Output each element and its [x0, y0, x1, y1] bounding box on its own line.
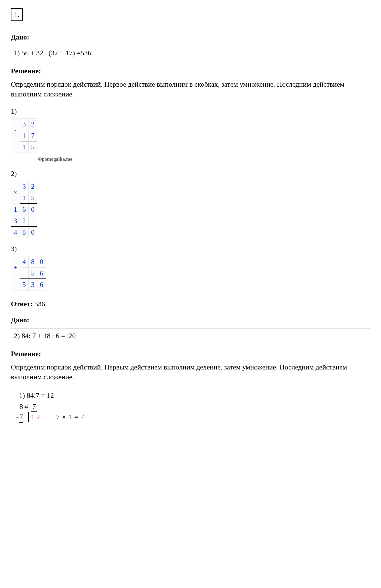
calc3-res1: 5 — [20, 279, 29, 290]
sub1: 7 — [19, 412, 23, 422]
calc-table-2: × 3 2 1 5 1 6 0 3 2 4 8 0 — [11, 181, 37, 238]
hint-b: 1 — [68, 412, 72, 422]
calc1-r1c2: 2 — [29, 118, 37, 130]
given-label-2: Дано: — [11, 315, 370, 325]
answer-line-1: Ответ: 536. — [11, 299, 370, 309]
div-pad — [24, 412, 29, 422]
answer-value-1: 536. — [35, 300, 47, 308]
division-block: 1) 84:7 = 12 8 4 7 - 7 1 2 7 × 1 = 7 — [19, 389, 370, 423]
step3-label: 3) — [11, 244, 370, 254]
step2-label: 2) — [11, 168, 370, 179]
calc3-r1c3: 0 — [37, 256, 46, 267]
hint-eq: = — [74, 412, 78, 422]
solution-text-2: Определим порядок действий. Первым дейст… — [11, 362, 370, 382]
hint-r: 7 — [80, 412, 85, 422]
calc1-r2c1: 1 — [20, 130, 29, 141]
hint-op: × — [62, 412, 66, 422]
calc2-op: × — [11, 181, 20, 204]
given-box-1: 1) 56 + 32 · (32 − 17) =536 — [11, 46, 370, 60]
calc-table-3: + 4 8 0 5 6 5 3 6 — [11, 256, 46, 290]
calc-table-1: - 3 2 1 7 1 5 — [11, 118, 37, 153]
calc3-r1c2: 8 — [29, 256, 37, 267]
quotient: 1 2 — [30, 412, 41, 422]
watermark: ©pomogalka.me — [38, 156, 370, 163]
calc3-r1c1: 4 — [20, 256, 29, 267]
calc3-res2: 3 — [29, 279, 37, 290]
hint-a: 7 — [56, 412, 60, 422]
calc3-r2c3: 6 — [37, 267, 46, 279]
calc2-p1c0: 1 — [11, 204, 20, 215]
problem-number: 1. — [11, 8, 23, 21]
calc2-p2c0: 3 — [11, 215, 20, 226]
solution-label-1: Решение: — [11, 66, 370, 76]
step1-label: 1) — [11, 106, 370, 117]
calc3-op: + — [11, 256, 20, 279]
calc2-p1c2: 0 — [29, 204, 37, 215]
dividend-d1: 8 — [19, 402, 23, 412]
calc3-r2c2: 5 — [29, 267, 37, 279]
calc3-res-pad — [11, 279, 20, 290]
calc3-r2c1 — [20, 267, 29, 279]
calc2-r2c2: 5 — [29, 192, 37, 204]
dividend-d2: 4 — [24, 402, 30, 412]
calc2-r2c1: 1 — [20, 192, 29, 204]
given-label-1: Дано: — [11, 32, 370, 43]
calc2-res1: 8 — [20, 226, 29, 238]
calc3-res3: 6 — [37, 279, 46, 290]
calc1-res-pad — [11, 141, 20, 153]
minus-icon: - — [15, 412, 20, 422]
division-header: 1) 84:7 = 12 — [19, 391, 370, 401]
calc2-res0: 4 — [11, 226, 20, 238]
calc1-res1: 1 — [20, 141, 29, 153]
solution-label-2: Решение: — [11, 348, 370, 359]
calc1-r1c1: 3 — [20, 118, 29, 130]
calc2-r1c1: 3 — [20, 181, 29, 192]
calc2-p1c1: 6 — [20, 204, 29, 215]
given-box-2: 2) 84: 7 + 18 · 6 =120 — [11, 329, 370, 343]
answer-label-1: Ответ: — [11, 300, 33, 308]
calc2-r1c2: 2 — [29, 181, 37, 192]
divisor: 7 — [31, 402, 37, 412]
calc1-op: - — [11, 118, 20, 141]
calc2-p2c1: 2 — [20, 215, 29, 226]
solution-text-1: Определим порядок действий. Первое дейст… — [11, 80, 370, 99]
calc1-r2c2: 7 — [29, 130, 37, 141]
calc2-res2: 0 — [29, 226, 37, 238]
calc1-res2: 5 — [29, 141, 37, 153]
division-hint: 7 × 1 = 7 — [56, 412, 85, 422]
calc2-p2c2 — [29, 215, 37, 226]
